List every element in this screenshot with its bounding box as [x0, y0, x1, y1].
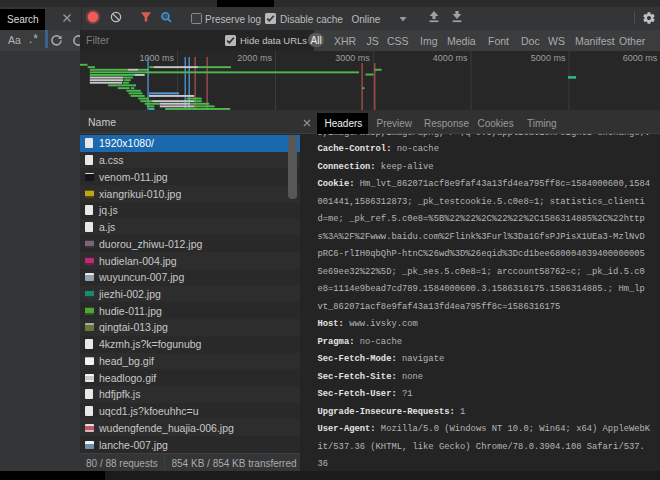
svg-text:6000 ms: 6000 ms: [623, 53, 658, 63]
svg-text:1000 ms: 1000 ms: [139, 53, 174, 63]
svg-text:4000 ms: 4000 ms: [433, 53, 468, 63]
svg-text:2000 ms: 2000 ms: [237, 53, 272, 63]
svg-text:3000 ms: 3000 ms: [335, 53, 370, 63]
svg-text:5000 ms: 5000 ms: [531, 53, 566, 63]
